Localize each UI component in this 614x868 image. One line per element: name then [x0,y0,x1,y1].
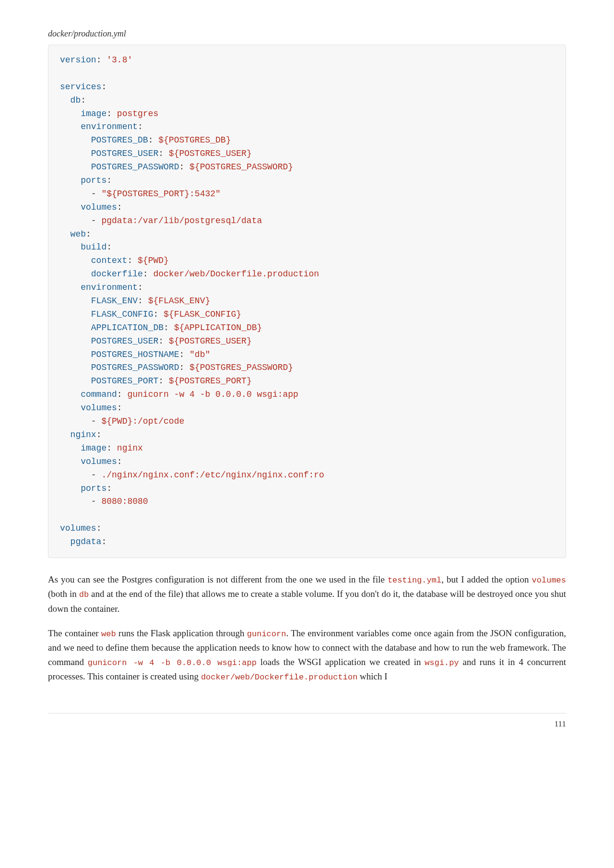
code-token: : [117,403,122,413]
code-token: ${PWD}:/opt/code [101,416,184,426]
code-token: postgres [117,109,158,119]
code-token: FLASK_CONFIG [91,309,154,319]
code-token: : [106,242,112,252]
code-token [60,122,81,131]
code-token: ${POSTGRES_DB} [158,135,231,145]
text-segment: , but I added the option [441,574,531,584]
code-token: POSTGRES_PASSWORD [91,363,179,372]
file-path-label: docker/production.yml [48,29,566,39]
code-token [60,109,81,119]
inline-code: web [101,630,116,639]
code-token: image [81,109,106,119]
code-token: : [96,523,102,533]
code-token: context [91,256,128,265]
code-token: : [179,350,189,359]
code-token: ${FLASK_ENV} [148,296,211,306]
code-token: volumes [81,403,117,413]
code-token [60,176,81,185]
code-token: : [158,149,169,158]
code-token: POSTGRES_HOSTNAME [91,350,179,359]
code-token [60,256,91,265]
code-token [60,323,91,333]
page-number: 111 [48,713,566,729]
paragraph-1: As you can see the Postgres configuratio… [48,572,566,616]
code-token: environment [81,122,138,131]
code-token: ${PWD} [138,256,169,265]
code-token [60,457,81,466]
code-token: POSTGRES_USER [91,149,158,158]
code-token: ${POSTGRES_USER} [169,149,252,158]
code-token: ports [81,484,106,493]
code-token [60,162,91,172]
text-segment: and at the end of the file) that allows … [48,589,566,613]
code-token: ${FLASK_CONFIG} [164,309,241,319]
code-token: POSTGRES_DB [91,135,148,145]
code-token: - [60,416,101,426]
code-token: web [71,229,86,239]
code-token: ${POSTGRES_PASSWORD} [189,162,293,172]
code-token: gunicorn -w 4 -b 0.0.0.0 wsgi:app [127,390,298,399]
code-token: ${POSTGRES_USER} [169,336,252,346]
code-token: - [60,470,101,480]
code-token: : [96,430,102,440]
code-token [60,350,91,359]
code-token [60,390,81,399]
code-token: volumes [60,523,96,533]
paragraph-2: The container web runs the Flask applica… [48,626,566,684]
code-token: : [138,283,143,292]
code-block-yaml: version: '3.8' services: db: image: post… [48,45,566,558]
code-token: - [60,216,101,226]
code-token: : [158,336,169,346]
code-token: "${POSTGRES_PORT}:5432" [101,189,220,199]
text-segment: As you can see the Postgres configuratio… [48,574,388,584]
code-token [60,430,71,440]
code-token [60,484,81,493]
code-token: : [164,323,174,333]
code-token: nginx [117,443,143,453]
code-token: : [148,135,159,145]
code-token: : [106,109,117,119]
code-token: : [153,309,164,319]
code-token: volumes [81,202,117,212]
code-token: services [60,82,101,92]
code-token [60,537,71,547]
code-token: : [101,82,106,92]
text-segment: runs the Flask application through [116,628,247,638]
code-token: 8080:8080 [101,497,148,506]
code-token: : [143,269,154,279]
code-token: dockerfile [91,269,143,279]
code-token: : [106,176,112,185]
code-token [60,95,71,105]
code-token: environment [81,283,138,292]
code-token [60,149,91,158]
inline-code: wsgi.py [425,658,459,667]
inline-code: testing.yml [388,576,441,585]
inline-code: gunicorn -w 4 -b 0.0.0.0 wsgi:app [88,658,257,667]
code-token: APPLICATION_DB [91,323,164,333]
code-token: version [60,55,96,65]
code-token [60,296,91,306]
code-token: : [81,95,86,105]
code-token [60,376,91,386]
code-token: - [60,497,101,506]
code-token: FLASK_ENV [91,296,138,306]
code-token: "db" [189,350,210,359]
code-token: db [71,95,81,105]
code-token: : [117,202,122,212]
inline-code: docker/web/Dockerfile.production [201,673,357,682]
code-token: : [138,122,143,131]
code-token: : [127,256,138,265]
text-segment: loads the WSGI application we created in [257,657,425,667]
code-token: : [86,229,91,239]
code-token [60,443,81,453]
code-token: command [81,390,117,399]
code-token: ${POSTGRES_PORT} [169,376,252,386]
code-token [60,202,81,212]
code-token: POSTGRES_PORT [91,376,158,386]
code-token: : [138,296,148,306]
code-token [60,403,81,413]
code-token: build [81,242,106,252]
code-token: : [106,443,117,453]
code-token: ${POSTGRES_PASSWORD} [189,363,293,372]
code-token: image [81,443,106,453]
